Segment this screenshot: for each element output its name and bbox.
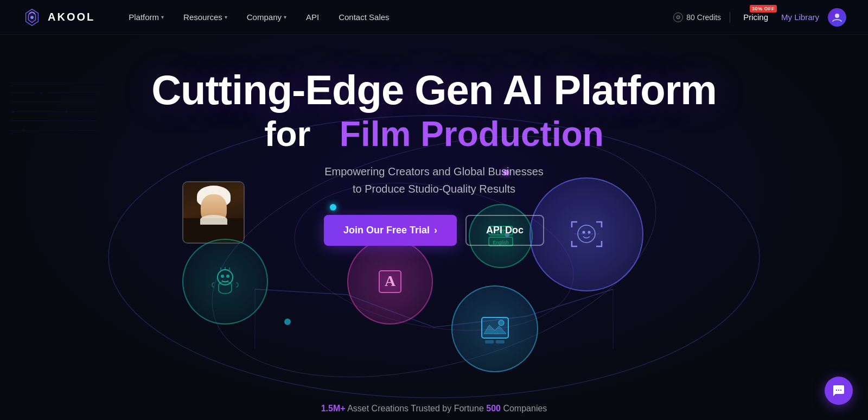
svg-point-1: [835, 14, 839, 18]
navbar: AKOOL Platform ▾ Resources ▾ Company ▾ A…: [0, 0, 868, 35]
svg-point-0: [30, 16, 34, 19]
logo-icon: [22, 7, 42, 28]
svg-rect-33: [496, 340, 505, 343]
svg-text:A: A: [385, 272, 396, 289]
nav-api[interactable]: API: [298, 8, 327, 26]
svg-point-27: [582, 231, 585, 234]
stat-suffix: Companies: [503, 404, 547, 413]
svg-line-7: [434, 316, 526, 327]
gallery-icon: [477, 311, 513, 346]
stat-text: Asset Creations Trusted by Fortune: [347, 404, 486, 413]
hero-buttons: Join Our Free Trial › API Doc: [324, 215, 544, 246]
chat-icon: [832, 384, 845, 397]
pricing-button[interactable]: Pricing 30% OFF: [739, 10, 773, 24]
svg-point-36: [840, 390, 841, 391]
platform-chevron-icon: ▾: [161, 14, 164, 20]
svg-line-6: [347, 295, 434, 327]
svg-line-5: [255, 289, 347, 295]
svg-rect-32: [485, 340, 494, 343]
credits-icon: ⊙: [673, 12, 683, 22]
credits-label: 80 Credits: [686, 13, 721, 22]
nav-company[interactable]: Company ▾: [239, 8, 294, 26]
nav-platform[interactable]: Platform ▾: [121, 8, 171, 26]
svg-point-26: [578, 225, 595, 243]
svg-point-13: [284, 319, 291, 325]
my-library-button[interactable]: My Library: [781, 12, 819, 22]
company-chevron-icon: ▾: [284, 14, 286, 20]
chat-button[interactable]: [825, 377, 853, 405]
hero-section: ────────────────────────── ─────── ◆ ───…: [0, 35, 868, 420]
logo-text: AKOOL: [48, 11, 95, 23]
svg-point-14: [218, 270, 233, 285]
svg-point-35: [838, 390, 839, 391]
bg-decoration: ────────────────────────── ─────── ◆ ───…: [11, 78, 104, 136]
nav-right: ⊙ 80 Credits Pricing 30% OFF My Library: [673, 8, 846, 27]
nav-contact-sales[interactable]: Contact Sales: [331, 8, 397, 26]
stat-highlight-2: 500: [486, 404, 501, 413]
svg-point-2: [108, 116, 760, 398]
hero-title: Cutting-Edge Gen AI Platform: [151, 67, 717, 113]
portrait-node: [182, 181, 245, 244]
nav-links: Platform ▾ Resources ▾ Company ▾ API Con…: [121, 8, 673, 26]
credits-display[interactable]: ⊙ 80 Credits: [673, 12, 721, 22]
gallery-node: [451, 285, 538, 372]
subtitle-film: Film Production: [340, 114, 604, 154]
hero-subtitle: for Film Production: [264, 115, 604, 153]
svg-rect-20: [379, 271, 401, 292]
svg-rect-30: [482, 317, 508, 338]
subtitle-for: for: [264, 114, 310, 154]
free-trial-button[interactable]: Join Our Free Trial ›: [324, 215, 457, 246]
nav-divider: [730, 12, 730, 23]
translate-icon: A: [373, 264, 407, 299]
face-swap-node: [529, 177, 643, 291]
resources-chevron-icon: ▾: [225, 14, 227, 20]
svg-line-8: [526, 289, 613, 316]
avatar[interactable]: [828, 8, 846, 27]
hero-description: Empowering Creators and Global Businesse…: [324, 163, 544, 198]
svg-point-16: [226, 275, 229, 278]
svg-point-34: [836, 390, 837, 391]
svg-point-15: [221, 275, 224, 278]
pricing-badge: 30% OFF: [750, 5, 777, 12]
orbit-dot-1: [330, 204, 336, 211]
logo-link[interactable]: AKOOL: [22, 7, 95, 28]
stat-highlight-1: 1.5M+: [321, 404, 346, 413]
face-swap-icon: [564, 211, 610, 257]
user-icon: [832, 12, 843, 23]
translate-node: A: [347, 239, 433, 324]
ai-avatar-icon: [208, 264, 242, 299]
svg-point-28: [588, 231, 590, 234]
ai-avatar-node: [182, 239, 268, 324]
api-doc-button[interactable]: API Doc: [465, 215, 544, 246]
nav-resources[interactable]: Resources ▾: [176, 8, 235, 26]
bottom-stats: 1.5M+ Asset Creations Trusted by Fortune…: [321, 404, 547, 413]
svg-point-31: [499, 320, 504, 326]
